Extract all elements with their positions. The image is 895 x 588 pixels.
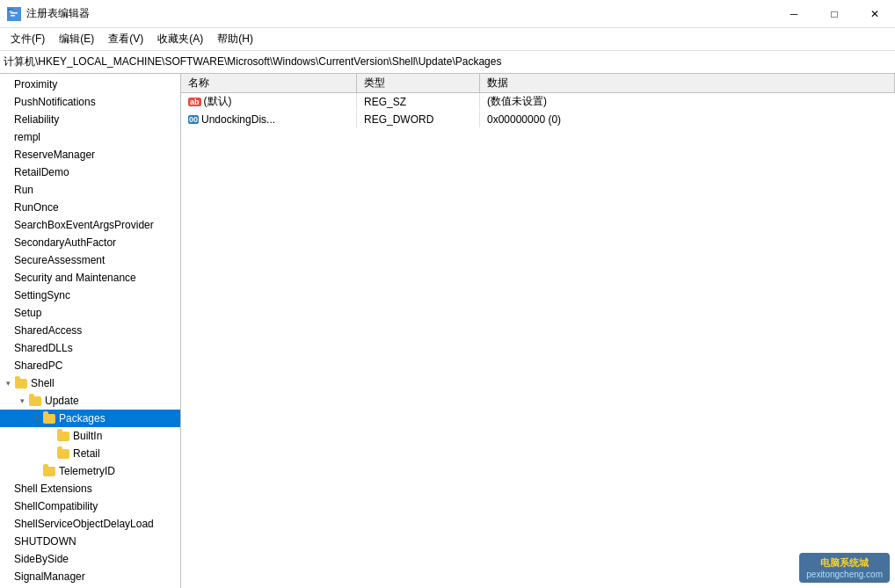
- tree-item[interactable]: ▸SignalManager: [0, 568, 180, 585]
- tree-item[interactable]: ▸SideBySide: [0, 550, 180, 568]
- tree-item[interactable]: ▸SHUTDOWN: [0, 533, 180, 550]
- minimize-button[interactable]: ─: [774, 0, 814, 28]
- tree-panel[interactable]: ▸Proximity▸PushNotifications▸Reliability…: [0, 74, 181, 588]
- watermark-line1: 电脑系统城: [820, 556, 869, 570]
- tree-item[interactable]: ▸Run: [0, 181, 180, 199]
- tree-item[interactable]: ▾Update: [0, 392, 180, 410]
- tree-item-label: Update: [45, 395, 79, 407]
- table-row[interactable]: ab(默认) REG_SZ (数值未设置): [181, 93, 895, 111]
- window-controls: ─ □ ✕: [774, 0, 895, 28]
- tree-item[interactable]: ▸Setup: [0, 304, 180, 322]
- tree-item-label: ShellServiceObjectDelayLoad: [14, 518, 154, 530]
- collapse-arrow-icon[interactable]: ▾: [18, 396, 26, 405]
- tree-item-label: Reliability: [14, 113, 59, 126]
- tree-item-label: PushNotifications: [14, 96, 96, 108]
- folder-icon: [42, 465, 56, 477]
- menu-edit[interactable]: 编辑(E): [52, 30, 101, 49]
- tree-item[interactable]: ▸PushNotifications: [0, 93, 180, 111]
- tree-item[interactable]: ▸rempl: [0, 128, 180, 146]
- tree-item[interactable]: ▸SharedDLLs: [0, 339, 180, 357]
- watermark: 电脑系统城 pexitongcheng.com: [799, 553, 890, 583]
- menu-bar: 文件(F) 编辑(E) 查看(V) 收藏夹(A) 帮助(H): [0, 28, 895, 51]
- tree-item-label: Packages: [59, 412, 106, 425]
- tree-item[interactable]: ▸SearchBoxEventArgsProvider: [0, 216, 180, 234]
- folder-icon: [56, 447, 70, 460]
- tree-item-label: SharedAccess: [14, 324, 82, 337]
- tree-item[interactable]: ▸ShellCompatibility: [0, 497, 180, 515]
- tree-item[interactable]: ▸BuiltIn: [0, 427, 180, 445]
- reg-name: UndockingDis...: [201, 113, 275, 126]
- tree-item[interactable]: ▸Shell Extensions: [0, 480, 180, 497]
- tree-item-label: SharedDLLs: [14, 342, 73, 354]
- cell-type: REG_SZ: [357, 93, 480, 110]
- tree-item[interactable]: ▸TelemetryID: [0, 462, 180, 480]
- tree-item-label: Run: [14, 184, 33, 196]
- menu-view[interactable]: 查看(V): [101, 30, 150, 49]
- tree-item-label: RunOnce: [14, 201, 59, 214]
- menu-file[interactable]: 文件(F): [4, 30, 52, 49]
- tree-item-label: SecureAssessment: [14, 254, 105, 266]
- main-content: ▸Proximity▸PushNotifications▸Reliability…: [0, 74, 895, 588]
- watermark-line2: pexitongcheng.com: [806, 570, 883, 579]
- tree-item-label: BuiltIn: [73, 430, 102, 442]
- title-bar-left: ab 注册表编辑器: [7, 6, 90, 21]
- tree-item-label: SearchBoxEventArgsProvider: [14, 219, 154, 231]
- right-panel: 名称 类型 数据 ab(默认) REG_SZ (数值未设置) 00Undocki…: [181, 74, 895, 588]
- tree-item[interactable]: ▸SecureAssessment: [0, 251, 180, 269]
- tree-item[interactable]: ▸SecondaryAuthFactor: [0, 234, 180, 251]
- cell-name: 00UndockingDis...: [181, 111, 357, 127]
- collapse-arrow-icon[interactable]: ▾: [4, 379, 12, 388]
- tree-item[interactable]: ▸RetailDemo: [0, 163, 180, 181]
- cell-data: (数值未设置): [480, 93, 895, 110]
- tree-item[interactable]: ▾Packages: [0, 410, 180, 427]
- menu-help[interactable]: 帮助(H): [210, 30, 260, 49]
- table-header: 名称 类型 数据: [181, 74, 895, 93]
- tree-item-label: RetailDemo: [14, 166, 69, 178]
- column-header-type[interactable]: 类型: [357, 74, 480, 92]
- reg-type: REG_DWORD: [364, 113, 433, 126]
- tree-item[interactable]: ▸Reliability: [0, 111, 180, 128]
- maximize-button[interactable]: □: [814, 0, 855, 28]
- tree-item-label: SHUTDOWN: [14, 535, 76, 548]
- tree-item-label: Proximity: [14, 78, 57, 91]
- close-button[interactable]: ✕: [855, 0, 895, 28]
- window-title: 注册表编辑器: [26, 6, 90, 21]
- reg-data: 0x00000000 (0): [487, 113, 561, 126]
- collapse-arrow-icon[interactable]: ▾: [32, 414, 40, 423]
- tree-item[interactable]: ▸SharedPC: [0, 357, 180, 374]
- cell-data: 0x00000000 (0): [480, 111, 895, 127]
- reg-data: (数值未设置): [487, 94, 547, 109]
- svg-rect-2: [11, 15, 15, 17]
- cell-name: ab(默认): [181, 93, 357, 110]
- column-header-data[interactable]: 数据: [480, 74, 895, 92]
- tree-item-label: SideBySide: [14, 553, 69, 565]
- tree-item-label: Setup: [14, 307, 41, 319]
- cell-type: REG_DWORD: [357, 111, 480, 127]
- tree-item[interactable]: ▸SharedAccess: [0, 322, 180, 339]
- menu-favorites[interactable]: 收藏夹(A): [150, 30, 210, 49]
- tree-item-label: SignalManager: [14, 570, 85, 583]
- tree-item[interactable]: ▸ShellServiceObjectDelayLoad: [0, 515, 180, 533]
- tree-item[interactable]: ▾Shell: [0, 374, 180, 392]
- folder-icon: [42, 412, 56, 425]
- table-body: ab(默认) REG_SZ (数值未设置) 00UndockingDis... …: [181, 93, 895, 588]
- reg-sz-icon: ab: [188, 98, 201, 106]
- folder-icon: [28, 395, 42, 407]
- svg-text:ab: ab: [9, 9, 13, 13]
- reg-type: REG_SZ: [364, 96, 406, 108]
- tree-item[interactable]: ▸Security and Maintenance: [0, 269, 180, 287]
- address-path[interactable]: 计算机\HKEY_LOCAL_MACHINE\SOFTWARE\Microsof…: [4, 54, 891, 69]
- table-row[interactable]: 00UndockingDis... REG_DWORD 0x00000000 (…: [181, 111, 895, 128]
- tree-item-label: Security and Maintenance: [14, 272, 136, 284]
- tree-item[interactable]: ▸ReserveManager: [0, 146, 180, 163]
- tree-item[interactable]: ▸Proximity: [0, 76, 180, 93]
- reg-name: (默认): [204, 94, 232, 109]
- tree-item-label: TelemetryID: [59, 465, 115, 477]
- column-header-name[interactable]: 名称: [181, 74, 357, 92]
- tree-item-label: ReserveManager: [14, 149, 95, 161]
- tree-item-label: Shell: [31, 377, 55, 389]
- tree-item-label: SettingSync: [14, 289, 70, 301]
- tree-item[interactable]: ▸SettingSync: [0, 287, 180, 304]
- tree-item[interactable]: ▸Retail: [0, 445, 180, 462]
- tree-item[interactable]: ▸RunOnce: [0, 199, 180, 216]
